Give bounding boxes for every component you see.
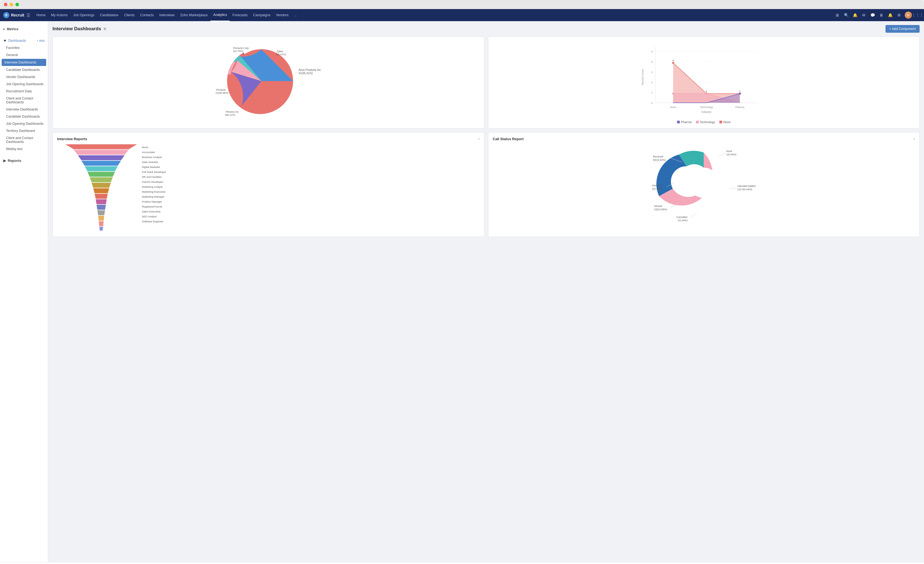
svg-text:3: 3 <box>651 71 652 74</box>
funnel-svg <box>63 144 140 232</box>
close-button[interactable] <box>4 3 8 6</box>
sidebar-item-general[interactable]: General <box>0 51 48 58</box>
donut-collapse-btn[interactable]: ⌄ <box>913 136 916 140</box>
sidebar-item-client-contact-1[interactable]: Client and Contact Dashboards <box>0 95 48 106</box>
settings-icon[interactable]: ⚙ <box>896 12 902 18</box>
svg-marker-51 <box>99 227 103 230</box>
nav-forecasts[interactable]: Forecasts <box>230 9 250 21</box>
label-received: Received <box>653 155 663 158</box>
screen-icon[interactable]: 🖥 <box>878 12 884 18</box>
donut-chart-title: Call Status Report <box>493 137 915 141</box>
svg-text:1: 1 <box>651 91 652 94</box>
chevron-down-icon: ▼ <box>3 39 7 43</box>
sidebar-add-button[interactable]: + Add <box>37 39 45 42</box>
nav-right: ⊞ 🔍 🔔 ✉ 💬 🖥 🔔 ⚙ U ⋮⋮⋮ <box>834 12 921 19</box>
minimize-button[interactable] <box>10 3 13 6</box>
page-title-text: Interview Dashboards <box>52 26 101 31</box>
nav-candidates[interactable]: Candidates <box>97 9 121 21</box>
pie-chart-svg: Avon Products Inc 41(55.41%) Zylker 4(5.… <box>57 41 480 118</box>
dashboard-grid: Avon Products Inc 41(55.41%) Zylker 4(5.… <box>52 37 920 237</box>
sidebar-item-webby-test[interactable]: Webby test <box>0 145 48 153</box>
sidebar-item-interview-dashboards-2[interactable]: Interview Dashboards <box>0 106 48 113</box>
nav-logo: R Recruit <box>3 12 24 18</box>
label-none: None <box>726 150 732 153</box>
bell-icon[interactable]: 🔔 <box>887 12 893 18</box>
donut-chart: Attended Dialled 115 (52.04%) Missed 53(… <box>493 144 915 221</box>
add-component-button[interactable]: + Add Component <box>885 25 920 33</box>
nav-vendors[interactable]: Vendors <box>273 9 291 21</box>
label-avon: Avon Products Inc <box>298 69 321 72</box>
sidebar-item-client-contact-2[interactable]: Client and Contact Dashboards <box>0 135 48 145</box>
nav-contacts[interactable]: Contacts <box>138 9 156 21</box>
maximize-button[interactable] <box>15 3 19 6</box>
svg-text:2(2.70%): 2(2.70%) <box>233 50 243 52</box>
sidebar-reports-label: Reports <box>8 159 21 163</box>
sidebar-item-recruitment-data[interactable]: Recruitment Data <box>0 88 48 95</box>
svg-text:1: 1 <box>739 90 740 93</box>
area-chart-legend: Pharma Technology None <box>493 120 915 124</box>
sidebar-item-job-opening-dashboards-2[interactable]: Job Opening Dashboards <box>0 120 48 127</box>
sidebar-reports-header[interactable]: ▶ Reports <box>0 157 48 165</box>
legend-technology-dot <box>696 121 699 123</box>
sidebar-item-favorites[interactable]: Favorites <box>0 44 48 51</box>
legend-technology: Technology <box>696 120 715 124</box>
sidebar-dashboards-section: ▼ Dashboards + Add Favorites General Int… <box>0 35 48 155</box>
svg-text:4(5.41%): 4(5.41%) <box>276 53 286 56</box>
sidebar-reports-section: ▶ Reports <box>0 155 48 166</box>
nav-more[interactable]: ... <box>291 9 300 21</box>
sidebar-item-job-opening-dashboards[interactable]: Job Opening Dashboards <box>0 81 48 88</box>
sidebar-item-interview-dashboards[interactable]: Interview Dashboards <box>2 59 46 66</box>
legend-none: None <box>719 120 730 124</box>
svg-text:0: 0 <box>651 102 652 105</box>
svg-point-34 <box>705 93 707 94</box>
hamburger-icon[interactable]: ☰ <box>26 13 30 18</box>
funnel-collapse-btn[interactable]: ⌄ <box>477 136 481 140</box>
label-cancelled: Cancelled <box>676 216 687 218</box>
funnel-label-data-scientist: Data Scientist <box>142 160 166 165</box>
svg-marker-44 <box>93 188 109 193</box>
refresh-icon[interactable]: ↻ <box>104 27 106 31</box>
svg-marker-43 <box>92 183 111 188</box>
grid-icon[interactable]: ⋮⋮⋮ <box>915 12 921 18</box>
window-chrome <box>0 0 924 9</box>
sidebar-item-territory-dashboard[interactable]: Territory Dashboard <box>0 127 48 135</box>
svg-marker-37 <box>74 150 129 155</box>
avatar[interactable]: U <box>905 12 912 19</box>
sidebar-item-candidate-dashboards[interactable]: Candidate Dashboards <box>0 66 48 73</box>
funnel-labels: None Accountant Business Analyst Data Sc… <box>142 144 166 224</box>
svg-marker-46 <box>96 199 107 204</box>
svg-marker-40 <box>85 166 118 171</box>
legend-none-label: None <box>723 120 730 124</box>
nav-job-openings[interactable]: Job Openings <box>70 9 97 21</box>
svg-marker-41 <box>87 172 115 177</box>
svg-text:1(0.45%): 1(0.45%) <box>726 153 736 156</box>
nav-my-actions[interactable]: My Actions <box>48 9 70 21</box>
nav-clients[interactable]: Clients <box>121 9 137 21</box>
donut-hole <box>688 168 719 198</box>
nav-zoho-marketplace[interactable]: Zoho Marketplace <box>177 9 210 21</box>
svg-text:41(55.41%): 41(55.41%) <box>298 72 313 75</box>
svg-text:Record Count: Record Count <box>641 69 644 85</box>
label-pinnacle-corp: Pinnacle Corp <box>233 47 249 49</box>
sidebar-dashboards-header[interactable]: ▼ Dashboards + Add <box>0 37 48 44</box>
svg-point-33 <box>672 93 674 94</box>
funnel-label-full-stack: Full Stack Developer <box>142 170 166 175</box>
svg-text:1(0.45%): 1(0.45%) <box>652 187 662 190</box>
sidebar-item-candidate-dashboards-2[interactable]: Candidate Dashboards <box>0 113 48 120</box>
svg-marker-47 <box>96 205 106 210</box>
funnel-label-accountant: Accountant <box>142 150 166 155</box>
svg-point-35 <box>739 93 741 94</box>
notification-icon[interactable]: 🔔 <box>852 12 858 18</box>
chat-icon[interactable]: 💬 <box>870 12 876 18</box>
add-icon[interactable]: ⊞ <box>834 12 840 18</box>
sidebar-item-vendor-dashboards[interactable]: Vendor Dashboards <box>0 73 48 81</box>
svg-text:115 (52.04%): 115 (52.04%) <box>737 188 752 191</box>
svg-line-58 <box>719 153 726 157</box>
mail-icon[interactable]: ✉ <box>861 12 867 18</box>
nav-home[interactable]: Home <box>33 9 48 21</box>
nav-analytics[interactable]: Analytics <box>210 9 230 21</box>
nav-interviews[interactable]: Interviews <box>156 9 177 21</box>
nav-campaigns[interactable]: Campaigns <box>250 9 273 21</box>
sidebar-metrics-header[interactable]: ▶ Metrics <box>0 25 48 33</box>
search-icon[interactable]: 🔍 <box>843 12 849 18</box>
